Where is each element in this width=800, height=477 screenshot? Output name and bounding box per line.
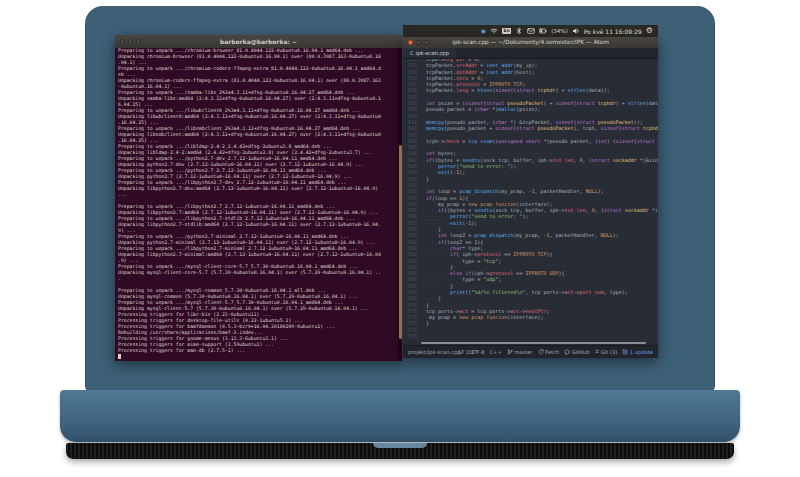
statusbar-file-path[interactable]: projekt/ipk-scan.cpp bbox=[408, 349, 461, 355]
clock-label[interactable]: Po kvě 11 16:09:29 bbox=[584, 28, 642, 35]
status-right: LFUTF-8C++masterFetchGitHub±Git (3)1 upd… bbox=[458, 349, 653, 355]
cpp-file-icon: C bbox=[410, 51, 414, 56]
terminal-output: Preparing to unpack .../chromium-browser… bbox=[118, 48, 397, 361]
terminal-cursor bbox=[118, 354, 121, 359]
status-item-label: UTF-8 bbox=[469, 349, 484, 355]
wifi-icon[interactable] bbox=[490, 27, 498, 35]
bluetooth-icon[interactable] bbox=[515, 27, 523, 35]
status-item-label: GitHub bbox=[572, 349, 590, 355]
status-item-label: Fetch bbox=[545, 349, 559, 355]
status-item-c-[interactable]: C++ bbox=[489, 349, 501, 355]
code-lines: 531··tcph->urg_ptr = 0;532··tcpPacket.sr… bbox=[403, 59, 658, 339]
status-item-label: master bbox=[514, 349, 532, 355]
tab-bar: C ipk-scan.cpp bbox=[403, 48, 658, 59]
status-item-master[interactable]: master bbox=[507, 349, 533, 355]
battery-icon[interactable] bbox=[539, 27, 547, 35]
tab-label: ipk-scan.cpp bbox=[416, 50, 449, 56]
system-tray: ◉En(34%) bbox=[481, 27, 580, 35]
fetch-icon bbox=[538, 349, 544, 355]
tab-ipk-scan[interactable]: C ipk-scan.cpp bbox=[403, 48, 456, 58]
status-item-github[interactable]: GitHub bbox=[564, 349, 589, 355]
minimize-button[interactable] bbox=[416, 40, 421, 45]
maximize-button[interactable] bbox=[136, 39, 141, 44]
atom-titlebar[interactable]: ipk-scan.cpp — ~/Dokumenty/4.semester/IP… bbox=[403, 37, 658, 48]
status-item-label: 1 update bbox=[630, 349, 653, 355]
atom-editor-window: ipk-scan.cpp — ~/Dokumenty/4.semester/IP… bbox=[403, 37, 658, 358]
laptop-base bbox=[60, 390, 740, 442]
code-text bbox=[420, 333, 658, 339]
github-icon bbox=[564, 349, 570, 355]
terminal-output-line: Preparing to unpack .../chromium-codecs-… bbox=[118, 66, 397, 72]
indicator-app-icon[interactable]: ◉ bbox=[481, 28, 486, 34]
close-button[interactable] bbox=[408, 40, 413, 45]
terminal-output-line: Unpacking libpython2.7-dev:amd64 (2.7.12… bbox=[118, 186, 397, 192]
git-diff-icon: ± bbox=[595, 349, 600, 355]
terminal-prompt-line bbox=[118, 354, 397, 360]
status-item-utf-8[interactable]: UTF-8 bbox=[469, 349, 484, 355]
laptop-hinge-notch bbox=[373, 443, 427, 448]
terminal-scrollbar-thumb[interactable] bbox=[399, 145, 402, 339]
status-left: projekt/ipk-scan.cpp 1:1 bbox=[408, 349, 454, 355]
terminal-output-line: Unpacking samba-libs:amd64 (2:4.3.11+dfs… bbox=[118, 96, 397, 102]
terminal-output-line: Unpacking libpython2.7-minimal:amd64 (2.… bbox=[118, 252, 397, 258]
terminal-window-buttons bbox=[120, 39, 141, 44]
terminal-title: barborka@barborka: ~ bbox=[115, 35, 402, 48]
code-editor[interactable]: 531··tcph->urg_ptr = 0;532··tcpPacket.sr… bbox=[403, 59, 658, 345]
terminal-output-line: Unpacking libsmbclient:amd64 (2:4.3.11+d… bbox=[118, 132, 397, 138]
update-icon bbox=[622, 349, 628, 355]
volume-icon[interactable] bbox=[572, 27, 580, 35]
mail-icon[interactable] bbox=[527, 27, 535, 35]
keyboard-layout-badge[interactable]: En bbox=[502, 28, 511, 34]
code-line: 575 bbox=[403, 333, 658, 339]
status-item-fetch[interactable]: Fetch bbox=[538, 349, 560, 355]
minimize-button[interactable] bbox=[128, 39, 133, 44]
status-item-1-update[interactable]: 1 update bbox=[622, 349, 653, 355]
terminal-scrollbar[interactable] bbox=[398, 48, 402, 361]
status-item-label: Git (3) bbox=[601, 349, 618, 355]
close-button[interactable] bbox=[120, 39, 125, 44]
status-item-lf[interactable]: LF bbox=[458, 349, 464, 355]
git-branch-icon bbox=[507, 349, 513, 355]
terminal-output-line: Unpacking chromium-browser (81.0.4044.12… bbox=[118, 54, 397, 60]
terminal-output-line: Unpacking libpython2.7-stdlib:amd64 (2.7… bbox=[118, 222, 397, 228]
maximize-button[interactable] bbox=[424, 40, 429, 45]
terminal-window: barborka@barborka: ~ Preparing to unpack… bbox=[115, 35, 402, 361]
line-number: 575 bbox=[403, 333, 420, 339]
horizontal-scrollbar[interactable] bbox=[421, 342, 646, 344]
ubuntu-top-panel: ◉En(34%) Po kvě 11 16:09:29 ⚙ bbox=[403, 25, 658, 37]
session-gear-icon[interactable]: ⚙ bbox=[646, 27, 653, 35]
terminal-output-line: Unpacking libwbclient0:amd64 (2:4.3.11+d… bbox=[118, 114, 397, 120]
atom-window-title: ipk-scan.cpp — ~/Dokumenty/4.semester/IP… bbox=[403, 37, 658, 48]
status-bar: projekt/ipk-scan.cpp 1:1 LFUTF-8C++maste… bbox=[403, 345, 658, 358]
terminal-titlebar[interactable]: barborka@barborka: ~ bbox=[115, 35, 402, 48]
terminal-output-line: Unpacking mysql-client-core-5.7 (5.7.30-… bbox=[118, 270, 397, 276]
status-item-label: C++ bbox=[489, 349, 501, 355]
status-item-git-3-[interactable]: ±Git (3) bbox=[595, 349, 618, 355]
battery-percent[interactable]: (34%) bbox=[551, 28, 568, 34]
status-item-label: LF bbox=[458, 349, 464, 355]
atom-window-buttons bbox=[408, 40, 429, 45]
